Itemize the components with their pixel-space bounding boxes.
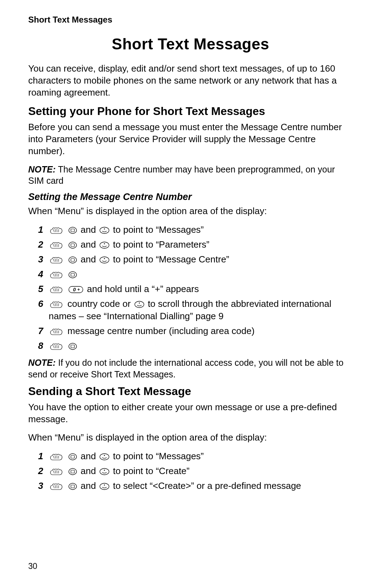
section-heading-sending: Sending a Short Text Message xyxy=(28,385,353,398)
step-number: 8 xyxy=(38,340,49,352)
section2-paragraph-2: When “Menu” is displayed in the option a… xyxy=(28,432,353,444)
softkey-icon xyxy=(68,453,77,460)
step-item: 7 message centre number (including area … xyxy=(38,325,353,337)
step-text: to point to “Parameters” xyxy=(110,239,209,250)
step-item: 3 and to point to “Message Centre” xyxy=(38,253,353,266)
step-item: 8 xyxy=(38,340,353,352)
nav-icon xyxy=(99,227,109,234)
step-number: 2 xyxy=(38,238,49,251)
hand-icon xyxy=(50,226,64,234)
step-number: 1 xyxy=(38,450,49,462)
steps-list-2: 1 and to point to “Messages” 2 and to po… xyxy=(28,450,353,492)
steps-list-1: 1 and to point to “Messages” 2 and to po… xyxy=(28,224,353,352)
step-number: 6 xyxy=(38,298,49,310)
running-header: Short Text Messages xyxy=(28,15,353,25)
section2-paragraph-1: You have the option to either create you… xyxy=(28,401,353,425)
softkey-icon xyxy=(68,343,77,350)
hand-icon xyxy=(50,241,64,249)
note-1: NOTE: The Message Centre number may have… xyxy=(28,164,353,187)
softkey-icon xyxy=(68,256,77,263)
nav-icon xyxy=(99,453,109,460)
softkey-icon xyxy=(68,227,77,234)
step-item: 6 country code or to scroll through the … xyxy=(38,298,353,322)
step-item: 3 and to select “<Create>” or a pre-defi… xyxy=(38,480,353,492)
softkey-icon xyxy=(68,483,77,490)
step-text: and hold until a “+” appears xyxy=(84,284,199,294)
step-text: to point to “Messages” xyxy=(110,224,204,235)
note-2: NOTE: If you do not include the internat… xyxy=(28,357,353,380)
section-heading-setting: Setting your Phone for Short Text Messag… xyxy=(28,105,353,118)
step-text: country code or xyxy=(65,298,133,309)
step-number: 5 xyxy=(38,283,49,295)
intro-paragraph: You can receive, display, edit and/or se… xyxy=(28,63,353,98)
step-text: and xyxy=(78,239,98,250)
step-item: 2 and to point to “Parameters” xyxy=(38,238,353,251)
hand-icon xyxy=(50,301,64,308)
hand-icon xyxy=(50,271,64,279)
step-number: 2 xyxy=(38,465,49,477)
step-text: and xyxy=(78,224,98,235)
softkey-icon xyxy=(68,242,77,249)
step-number: 4 xyxy=(38,268,49,280)
step-item: 1 and to point to “Messages” xyxy=(38,224,353,236)
nav-icon xyxy=(99,256,109,263)
nav-icon xyxy=(99,242,109,249)
hand-icon xyxy=(50,343,64,350)
note-text: If you do not include the international … xyxy=(28,358,344,379)
step-text: to point to “Message Centre” xyxy=(110,254,229,265)
step-item: 5 and hold until a “+” appears xyxy=(38,283,353,295)
step-text: and xyxy=(78,254,98,265)
softkey-icon xyxy=(68,468,77,475)
step-text: to select “<Create>” or a pre-defined me… xyxy=(110,480,301,491)
hand-icon xyxy=(50,286,64,293)
hand-icon xyxy=(50,468,64,475)
step-text: and xyxy=(78,480,98,491)
step-text: and xyxy=(78,451,98,461)
step-text: to point to “Messages” xyxy=(110,451,204,461)
page-number: 30 xyxy=(28,562,37,571)
hand-icon xyxy=(50,453,64,461)
hand-icon xyxy=(50,483,64,490)
softkey-icon xyxy=(68,271,77,278)
step-text: message centre number (including area co… xyxy=(65,326,255,336)
nav-icon xyxy=(99,483,109,490)
step-text: to point to “Create” xyxy=(110,466,189,476)
step-number: 3 xyxy=(38,480,49,492)
zero-key-icon xyxy=(68,286,83,293)
nav-icon xyxy=(99,468,109,475)
subsection-heading: Setting the Message Centre Number xyxy=(28,192,353,202)
note-label: NOTE: xyxy=(28,164,56,174)
subsection-intro: When “Menu” is displayed in the option a… xyxy=(28,205,353,217)
step-number: 7 xyxy=(38,325,49,337)
page-title: Short Text Messages xyxy=(28,35,353,53)
hand-icon xyxy=(50,328,64,335)
hand-icon xyxy=(50,256,64,264)
step-number: 1 xyxy=(38,224,49,236)
section1-paragraph: Before you can send a message you must e… xyxy=(28,121,353,157)
step-item: 4 xyxy=(38,268,353,280)
note-label: NOTE: xyxy=(28,358,56,368)
step-item: 2 and to point to “Create” xyxy=(38,465,353,477)
step-item: 1 and to point to “Messages” xyxy=(38,450,353,462)
nav-icon xyxy=(134,301,144,308)
step-number: 3 xyxy=(38,253,49,266)
note-text: The Message Centre number may have been … xyxy=(28,164,335,186)
step-text: and xyxy=(78,466,98,476)
